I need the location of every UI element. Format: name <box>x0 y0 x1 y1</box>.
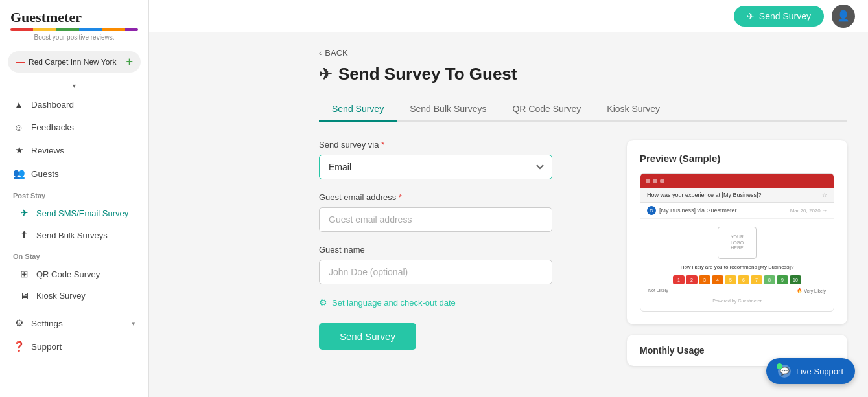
settings-icon: ⚙ <box>13 317 25 329</box>
sidebar-sub-label: Kiosk Survey <box>36 291 86 301</box>
nps-labels: Not Likely 🔥 Very Likely <box>647 288 827 293</box>
sidebar-item-kiosk[interactable]: 🖥 Kiosk Survey <box>0 285 148 306</box>
sidebar-item-label: Support <box>31 342 62 352</box>
guests-icon: 👥 <box>13 168 25 179</box>
sidebar-sub-label: Send SMS/Email Survey <box>36 209 128 218</box>
sidebar: Guestmeter Boost your positive reviews. … <box>0 0 149 397</box>
monthly-usage-title: Monthly Usage <box>640 345 834 356</box>
logo-placeholder: YOURLOGOHERE <box>718 227 757 259</box>
send-via-group: Send survey via * Email SMS <box>319 140 611 179</box>
required-star-email: * <box>399 192 402 202</box>
nps-scale: 12345678910 <box>647 275 827 284</box>
nps-btn-3: 3 <box>699 275 710 284</box>
set-language-link[interactable]: ⚙ Set language and check-out date <box>319 297 611 308</box>
email-subject: How was your experience at [My Business]… <box>640 188 834 203</box>
email-btn-3 <box>660 179 664 183</box>
page-title-area: ✈ Send Survey To Guest <box>319 64 847 84</box>
send-sms-email-icon: ✈ <box>18 207 30 219</box>
email-preview-mock: How was your experience at [My Business]… <box>640 173 834 312</box>
send-survey-top-label: Send Survey <box>759 11 811 21</box>
back-chevron-icon: ‹ <box>319 48 322 58</box>
nps-btn-4: 4 <box>712 275 723 284</box>
sidebar-item-send-bulk[interactable]: ⬆ Send Bulk Surveys <box>0 224 148 246</box>
sidebar-item-label: Dashboard <box>31 100 74 109</box>
email-question: How likely are you to recommend [My Busi… <box>647 264 827 270</box>
tab-send-survey[interactable]: Send Survey <box>319 97 397 122</box>
nps-btn-2: 2 <box>686 275 698 284</box>
sidebar-item-dashboard[interactable]: ▲ Dashboard <box>0 93 148 116</box>
sidebar-sub-label: QR Code Survey <box>36 269 100 279</box>
sidebar-item-guests[interactable]: 👥 Guests <box>0 162 148 185</box>
nps-btn-10: 10 <box>790 275 801 284</box>
nps-btn-5: 5 <box>725 275 736 284</box>
form-section: Send survey via * Email SMS Guest email … <box>319 140 611 350</box>
send-survey-button[interactable]: Send Survey <box>319 323 416 350</box>
nav-primary: ▲ Dashboard ☺ Feedbacks ★ Reviews 👥 Gues… <box>0 93 148 397</box>
brand-name: Guestmeter <box>10 9 138 26</box>
chat-bubble-icon: 💬 <box>778 365 791 378</box>
nps-btn-6: 6 <box>738 275 749 284</box>
settings-chevron-icon: ▾ <box>132 319 135 328</box>
sidebar-item-feedbacks[interactable]: ☺ Feedbacks <box>0 116 148 139</box>
live-support-button[interactable]: 💬 Live Support <box>766 358 855 384</box>
send-via-label: Send survey via * <box>319 140 611 150</box>
sidebar-item-label: Settings <box>31 319 63 328</box>
sidebar-item-label: Guests <box>31 169 59 179</box>
sidebar-sub-label: Send Bulk Surveys <box>36 231 108 240</box>
back-link[interactable]: ‹ BACK <box>319 48 847 58</box>
form-preview-grid: Send survey via * Email SMS Guest email … <box>319 140 847 366</box>
sidebar-item-settings[interactable]: ⚙ Settings ▾ <box>0 312 148 335</box>
sidebar-item-reviews[interactable]: ★ Reviews <box>0 139 148 162</box>
sidebar-item-support[interactable]: ❓ Support <box>0 335 148 358</box>
sidebar-item-qr-code[interactable]: ⊞ QR Code Survey <box>0 263 148 285</box>
send-bulk-icon: ⬆ <box>18 229 30 241</box>
tab-kiosk-survey[interactable]: Kiosk Survey <box>594 97 673 122</box>
star-icon: ☆ <box>822 192 827 198</box>
email-time: Mar 20, 2020 → <box>790 208 827 214</box>
email-group: Guest email address * <box>319 192 611 232</box>
from-avatar: D <box>647 206 656 215</box>
email-body: YOURLOGOHERE How likely are you to recom… <box>640 219 834 311</box>
flame-icon: 🔥 <box>797 288 803 293</box>
guest-name-label: Guest name <box>319 245 611 255</box>
qr-code-icon: ⊞ <box>18 268 30 280</box>
user-avatar[interactable]: 👤 <box>832 5 855 28</box>
live-support-label: Live Support <box>796 367 843 376</box>
post-stay-section-label: Post Stay <box>0 185 148 202</box>
on-stay-section-label: On Stay <box>0 246 148 263</box>
guest-name-input[interactable] <box>319 260 552 284</box>
preview-card: Preview (Sample) How was your experience… <box>627 140 847 324</box>
kiosk-icon: 🖥 <box>18 290 30 301</box>
location-chevron-icon: ▾ <box>73 82 76 89</box>
location-name: Red Carpet Inn New York <box>29 58 116 67</box>
nps-btn-8: 8 <box>764 275 775 284</box>
required-star: * <box>381 140 384 150</box>
nps-btn-7: 7 <box>751 275 762 284</box>
sidebar-item-label: Reviews <box>31 146 64 155</box>
page-title-icon: ✈ <box>319 65 332 84</box>
from-name: [My Business] via Guestmeter <box>659 207 737 214</box>
send-via-select[interactable]: Email SMS <box>319 155 552 179</box>
email-label: Guest email address * <box>319 192 611 202</box>
feedbacks-icon: ☺ <box>13 122 25 133</box>
back-label: BACK <box>325 48 347 58</box>
brand-tagline: Boost your positive reviews. <box>10 34 138 41</box>
tab-qr-code-survey[interactable]: QR Code Survey <box>499 97 594 122</box>
guest-name-group: Guest name <box>319 245 611 284</box>
tabs-bar: Send Survey Send Bulk Surveys QR Code Su… <box>319 97 847 122</box>
powered-by: Powered by Guestmeter <box>647 299 827 303</box>
sidebar-item-send-sms-email[interactable]: ✈ Send SMS/Email Survey <box>0 202 148 224</box>
reviews-icon: ★ <box>13 144 25 156</box>
not-likely-label: Not Likely <box>648 288 668 293</box>
tab-send-bulk-surveys[interactable]: Send Bulk Surveys <box>397 97 499 122</box>
set-language-label: Set language and check-out date <box>332 298 456 308</box>
email-header-bar <box>640 174 834 188</box>
nps-btn-9: 9 <box>777 275 788 284</box>
location-selector[interactable]: — Red Carpet Inn New York + <box>8 51 141 73</box>
user-icon: 👤 <box>837 10 850 22</box>
email-btn-1 <box>646 179 650 183</box>
topbar-send-survey-button[interactable]: ✈ Send Survey <box>734 6 824 27</box>
email-input[interactable] <box>319 207 552 232</box>
add-icon: + <box>126 55 133 69</box>
email-from-line: D [My Business] via Guestmeter Mar 20, 2… <box>640 203 834 219</box>
